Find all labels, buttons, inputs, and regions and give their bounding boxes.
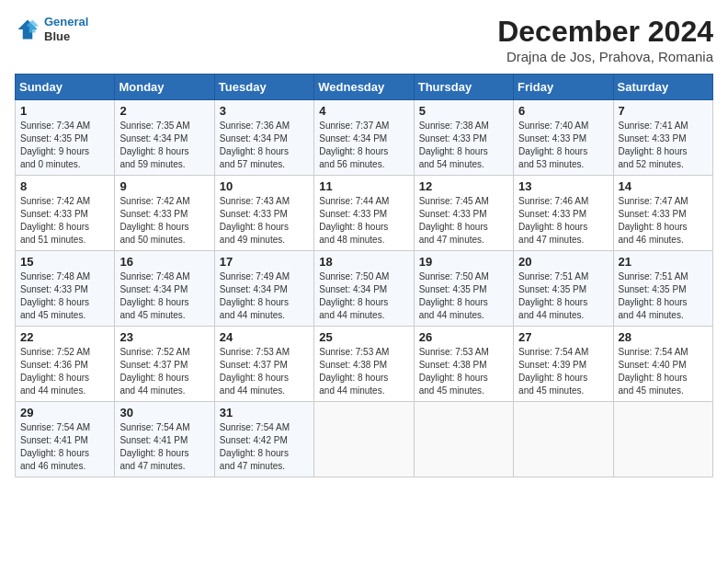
day-info: Sunrise: 7:34 AM Sunset: 4:35 PM Dayligh… [20, 120, 109, 171]
day-number: 15 [20, 255, 109, 269]
weekday-header-row: SundayMondayTuesdayWednesdayThursdayFrid… [16, 75, 713, 100]
day-info: Sunrise: 7:52 AM Sunset: 4:37 PM Dayligh… [119, 346, 209, 397]
day-info: Sunrise: 7:53 AM Sunset: 4:37 PM Dayligh… [220, 346, 309, 397]
day-number: 6 [518, 104, 608, 118]
calendar-table: SundayMondayTuesdayWednesdayThursdayFrid… [15, 74, 713, 477]
day-info: Sunrise: 7:48 AM Sunset: 4:33 PM Dayligh… [20, 270, 109, 322]
day-number: 2 [119, 104, 209, 118]
calendar-cell: 18Sunrise: 7:50 AM Sunset: 4:34 PM Dayli… [314, 251, 414, 327]
calendar-cell: 29Sunrise: 7:54 AM Sunset: 4:41 PM Dayli… [16, 402, 115, 477]
day-info: Sunrise: 7:49 AM Sunset: 4:34 PM Dayligh… [220, 270, 309, 322]
calendar-cell: 5Sunrise: 7:38 AM Sunset: 4:33 PM Daylig… [414, 100, 513, 176]
day-number: 3 [220, 104, 309, 118]
calendar-cell: 20Sunrise: 7:51 AM Sunset: 4:35 PM Dayli… [514, 251, 613, 327]
calendar-cell: 22Sunrise: 7:52 AM Sunset: 4:36 PM Dayli… [16, 327, 115, 402]
day-info: Sunrise: 7:54 AM Sunset: 4:42 PM Dayligh… [220, 421, 309, 473]
day-number: 28 [619, 330, 708, 344]
day-info: Sunrise: 7:54 AM Sunset: 4:41 PM Dayligh… [20, 421, 109, 473]
calendar-cell: 7Sunrise: 7:41 AM Sunset: 4:33 PM Daylig… [613, 100, 712, 176]
calendar-cell: 9Sunrise: 7:42 AM Sunset: 4:33 PM Daylig… [115, 176, 214, 251]
calendar-cell: 4Sunrise: 7:37 AM Sunset: 4:34 PM Daylig… [314, 100, 414, 176]
calendar-cell: 1Sunrise: 7:34 AM Sunset: 4:35 PM Daylig… [16, 100, 115, 176]
day-info: Sunrise: 7:36 AM Sunset: 4:34 PM Dayligh… [220, 120, 309, 171]
day-info: Sunrise: 7:48 AM Sunset: 4:34 PM Dayligh… [119, 270, 209, 322]
calendar-cell: 24Sunrise: 7:53 AM Sunset: 4:37 PM Dayli… [214, 327, 313, 402]
day-number: 24 [220, 330, 309, 344]
weekday-saturday: Saturday [613, 75, 712, 100]
day-info: Sunrise: 7:51 AM Sunset: 4:35 PM Dayligh… [518, 270, 608, 322]
day-number: 21 [619, 255, 708, 269]
day-info: Sunrise: 7:54 AM Sunset: 4:41 PM Dayligh… [119, 421, 209, 473]
calendar-week-5: 29Sunrise: 7:54 AM Sunset: 4:41 PM Dayli… [16, 402, 713, 477]
day-info: Sunrise: 7:44 AM Sunset: 4:33 PM Dayligh… [319, 195, 408, 247]
calendar-cell: 6Sunrise: 7:40 AM Sunset: 4:33 PM Daylig… [514, 100, 613, 176]
day-number: 11 [319, 179, 408, 193]
day-info: Sunrise: 7:38 AM Sunset: 4:33 PM Dayligh… [419, 120, 508, 171]
weekday-friday: Friday [514, 75, 613, 100]
day-number: 19 [419, 255, 508, 269]
month-title: December 2024 [497, 15, 713, 49]
day-info: Sunrise: 7:35 AM Sunset: 4:34 PM Dayligh… [119, 120, 209, 171]
day-number: 16 [119, 255, 209, 269]
calendar-cell [314, 402, 414, 477]
calendar-week-2: 8Sunrise: 7:42 AM Sunset: 4:33 PM Daylig… [16, 176, 713, 251]
day-number: 7 [619, 104, 708, 118]
calendar-cell: 30Sunrise: 7:54 AM Sunset: 4:41 PM Dayli… [115, 402, 214, 477]
day-info: Sunrise: 7:50 AM Sunset: 4:35 PM Dayligh… [419, 270, 508, 322]
day-number: 4 [319, 104, 408, 118]
calendar-cell: 8Sunrise: 7:42 AM Sunset: 4:33 PM Daylig… [16, 176, 115, 251]
calendar-cell: 10Sunrise: 7:43 AM Sunset: 4:33 PM Dayli… [214, 176, 313, 251]
calendar-cell: 17Sunrise: 7:49 AM Sunset: 4:34 PM Dayli… [214, 251, 313, 327]
day-number: 9 [119, 179, 209, 193]
day-number: 12 [419, 179, 508, 193]
calendar-body: 1Sunrise: 7:34 AM Sunset: 4:35 PM Daylig… [16, 100, 713, 477]
day-number: 1 [20, 104, 109, 118]
weekday-tuesday: Tuesday [214, 75, 313, 100]
calendar-cell: 19Sunrise: 7:50 AM Sunset: 4:35 PM Dayli… [414, 251, 513, 327]
calendar-cell: 23Sunrise: 7:52 AM Sunset: 4:37 PM Dayli… [115, 327, 214, 402]
calendar-cell: 3Sunrise: 7:36 AM Sunset: 4:34 PM Daylig… [214, 100, 313, 176]
logo-line1: General [44, 15, 88, 29]
day-number: 26 [419, 330, 508, 344]
location: Drajna de Jos, Prahova, Romania [497, 49, 713, 64]
weekday-monday: Monday [115, 75, 214, 100]
day-number: 18 [319, 255, 408, 269]
day-number: 29 [20, 406, 109, 419]
day-number: 27 [518, 330, 608, 344]
day-number: 23 [119, 330, 209, 344]
day-number: 13 [518, 179, 608, 193]
calendar-cell: 11Sunrise: 7:44 AM Sunset: 4:33 PM Dayli… [314, 176, 414, 251]
day-info: Sunrise: 7:51 AM Sunset: 4:35 PM Dayligh… [619, 270, 708, 322]
day-info: Sunrise: 7:43 AM Sunset: 4:33 PM Dayligh… [220, 195, 309, 247]
calendar-cell: 21Sunrise: 7:51 AM Sunset: 4:35 PM Dayli… [613, 251, 712, 327]
day-number: 20 [518, 255, 608, 269]
day-info: Sunrise: 7:37 AM Sunset: 4:34 PM Dayligh… [319, 120, 408, 171]
title-block: December 2024 Drajna de Jos, Prahova, Ro… [497, 15, 713, 64]
weekday-wednesday: Wednesday [314, 75, 414, 100]
calendar-cell [613, 402, 712, 477]
day-number: 25 [319, 330, 408, 344]
day-info: Sunrise: 7:53 AM Sunset: 4:38 PM Dayligh… [419, 346, 508, 397]
logo: General Blue [15, 15, 88, 43]
calendar-week-1: 1Sunrise: 7:34 AM Sunset: 4:35 PM Daylig… [16, 100, 713, 176]
day-info: Sunrise: 7:41 AM Sunset: 4:33 PM Dayligh… [619, 120, 708, 171]
calendar-cell: 2Sunrise: 7:35 AM Sunset: 4:34 PM Daylig… [115, 100, 214, 176]
day-number: 10 [220, 179, 309, 193]
calendar-cell: 28Sunrise: 7:54 AM Sunset: 4:40 PM Dayli… [613, 327, 712, 402]
calendar-cell: 25Sunrise: 7:53 AM Sunset: 4:38 PM Dayli… [314, 327, 414, 402]
day-info: Sunrise: 7:40 AM Sunset: 4:33 PM Dayligh… [518, 120, 608, 171]
calendar-cell: 26Sunrise: 7:53 AM Sunset: 4:38 PM Dayli… [414, 327, 513, 402]
calendar-week-4: 22Sunrise: 7:52 AM Sunset: 4:36 PM Dayli… [16, 327, 713, 402]
day-number: 14 [619, 179, 708, 193]
calendar-week-3: 15Sunrise: 7:48 AM Sunset: 4:33 PM Dayli… [16, 251, 713, 327]
logo-icon [15, 17, 40, 42]
day-number: 22 [20, 330, 109, 344]
day-number: 5 [419, 104, 508, 118]
day-info: Sunrise: 7:52 AM Sunset: 4:36 PM Dayligh… [20, 346, 109, 397]
day-info: Sunrise: 7:47 AM Sunset: 4:33 PM Dayligh… [619, 195, 708, 247]
day-info: Sunrise: 7:42 AM Sunset: 4:33 PM Dayligh… [20, 195, 109, 247]
day-info: Sunrise: 7:42 AM Sunset: 4:33 PM Dayligh… [119, 195, 209, 247]
day-info: Sunrise: 7:53 AM Sunset: 4:38 PM Dayligh… [319, 346, 408, 397]
day-info: Sunrise: 7:45 AM Sunset: 4:33 PM Dayligh… [419, 195, 508, 247]
calendar-cell: 16Sunrise: 7:48 AM Sunset: 4:34 PM Dayli… [115, 251, 214, 327]
